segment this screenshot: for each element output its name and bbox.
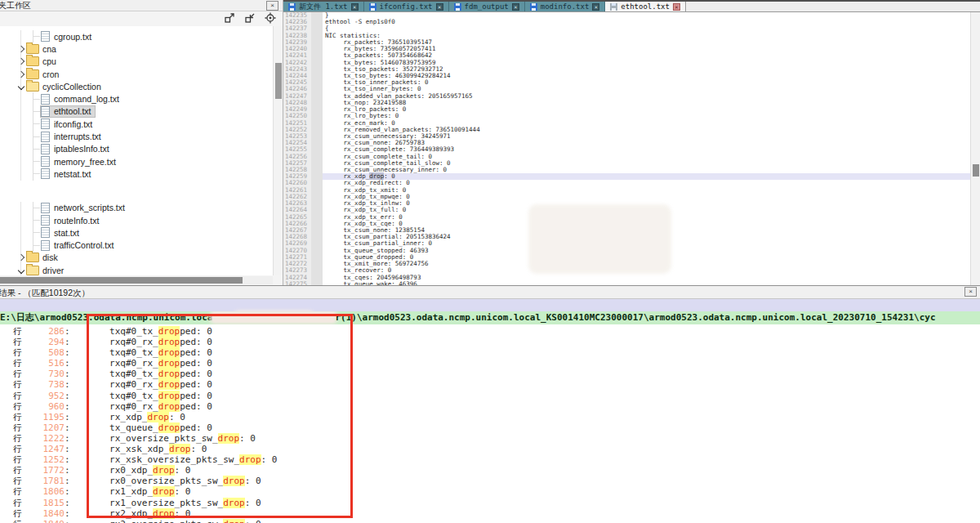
match-highlight: drop: [158, 379, 180, 390]
fold-margin: [311, 93, 323, 100]
close-tab-icon[interactable]: ×: [673, 3, 680, 11]
close-tab-icon[interactable]: ×: [351, 3, 359, 11]
tree-item-cna[interactable]: cna: [0, 42, 273, 55]
tree-item-network_scripts.txt[interactable]: network_scripts.txt: [0, 202, 273, 214]
file-icon: [41, 106, 50, 117]
line-label: 行: [13, 422, 25, 433]
fold-margin: [311, 12, 323, 19]
result-row[interactable]: 行1781: rx0_oversize_pkts_sw_drop: 0: [0, 476, 980, 486]
tree-item-trafficControl.txt[interactable]: trafficControl.txt: [0, 239, 273, 251]
result-row[interactable]: 行1222: rx_oversize_pkts_sw_drop: 0: [0, 433, 980, 444]
tree-item-driver[interactable]: driver: [0, 264, 273, 275]
result-line-number: 1815: [25, 498, 65, 508]
close-tab-icon[interactable]: ×: [436, 3, 443, 11]
tab-ethtool.txt[interactable]: ethtool.txt×: [605, 2, 686, 11]
result-row[interactable]: 行294: rxq#0_rx_dropped: 0: [0, 337, 980, 347]
workspace-close-icon[interactable]: ×: [266, 1, 278, 11]
match-highlight: drop: [153, 508, 175, 519]
editor-vertical-scrollbar[interactable]: [970, 12, 980, 285]
scrollbar-thumb[interactable]: [275, 63, 282, 99]
tab-ifconfig.txt[interactable]: ifconfig.txt×: [364, 2, 449, 11]
line-label: 行: [13, 337, 25, 347]
file-icon: [41, 215, 50, 226]
tree-item-interrupts.txt[interactable]: interrupts.txt: [0, 130, 273, 142]
result-row[interactable]: 行1840: rx2_xdp_drop: 0: [0, 508, 980, 519]
locate-file-icon[interactable]: [265, 12, 276, 24]
colon: :: [65, 347, 70, 358]
tree-item-cron[interactable]: cron: [0, 68, 273, 80]
tree-horizontal-scrollbar[interactable]: [0, 276, 273, 284]
tree-item-stat.txt[interactable]: stat.txt: [0, 226, 273, 239]
tab-fdm_output[interactable]: fdm_output×: [449, 2, 525, 11]
colon: :: [65, 433, 70, 444]
result-row[interactable]: 行1849: rx2_oversize_pkts_sw_drop: 0: [0, 519, 980, 523]
chevron-right-icon[interactable]: [16, 47, 26, 51]
result-row[interactable]: 行738: rxq#0_rx_dropped: 0: [0, 379, 980, 390]
result-row[interactable]: 行960: rxq#0_rx_dropped: 0: [0, 401, 980, 412]
colon: :: [65, 326, 70, 337]
result-row[interactable]: 行1195: rx_xdp_drop: 0: [0, 412, 980, 422]
result-line-number: 1252: [25, 454, 65, 465]
result-row[interactable]: 行1772: rx0_xdp_drop: 0: [0, 465, 980, 476]
chevron-down-icon[interactable]: [16, 268, 26, 273]
tree-vertical-scrollbar[interactable]: [273, 26, 283, 275]
tree-item-command_log.txt[interactable]: command_log.txt: [0, 92, 273, 105]
tree-item-ethtool.txt[interactable]: ethtool.txt: [0, 105, 273, 118]
code-line: 142236ethtool -S enp1s0f0: [283, 19, 970, 25]
result-row[interactable]: 行730: txq#0_tx_dropped: 0: [0, 369, 980, 379]
chevron-right-icon[interactable]: [16, 255, 26, 260]
result-file-path-bar[interactable]: E:\日志\armod0523.odata.ncmp.unicom.locar(…: [0, 311, 980, 324]
tab-modinfo.txt[interactable]: modinfo.txt×: [525, 2, 606, 11]
result-text: rxq#0_rx_dropped: 0: [88, 379, 212, 390]
tab-新文件 1.txt[interactable]: 新文件 1.txt×: [283, 2, 364, 11]
tree-item-routeInfo.txt[interactable]: routeInfo.txt: [0, 214, 273, 226]
tree-item-label: ifconfig.txt: [54, 119, 92, 129]
collapse-all-icon[interactable]: [244, 12, 256, 24]
fold-margin: [311, 240, 323, 247]
file-icon: [41, 144, 50, 154]
result-line-number: 730: [25, 369, 65, 379]
colon: :: [65, 412, 70, 422]
tree-item-cgroup.txt[interactable]: cgroup.txt: [0, 30, 273, 42]
result-row[interactable]: 行952: txq#0_tx_dropped: 0: [0, 391, 980, 401]
result-row[interactable]: 行1247: rx_xsk_xdp_drop: 0: [0, 444, 980, 454]
fold-margin: [311, 173, 323, 180]
scrollbar-thumb[interactable]: [0, 277, 243, 284]
tree-item-ifconfig.txt[interactable]: ifconfig.txt: [0, 118, 273, 130]
tree-item-label: stat.txt: [54, 228, 79, 238]
results-close-icon[interactable]: ×: [964, 287, 977, 297]
tree-item-iptablesInfo.txt[interactable]: iptablesInfo.txt: [0, 143, 273, 155]
result-row[interactable]: 行508: txq#0_tx_dropped: 0: [0, 347, 980, 358]
tree-item-cyclicCollection[interactable]: cyclicCollection: [0, 80, 273, 92]
result-text: rx0_oversize_pkts_sw_drop: 0: [88, 476, 261, 486]
result-row[interactable]: 行1207: tx_queue_dropped: 0: [0, 422, 980, 433]
tree-item-cpu[interactable]: cpu: [0, 56, 273, 68]
folder-icon: [26, 266, 39, 275]
result-line-number: 1772: [25, 465, 65, 476]
result-row[interactable]: 行1806: rx1_xdp_drop: 0: [0, 486, 980, 497]
result-row[interactable]: 行516: rxq#0_rx_dropped: 0: [0, 358, 980, 369]
scrollbar-thumb[interactable]: [973, 164, 979, 177]
result-line-number: 1849: [25, 519, 65, 523]
tree-item-netstat.txt[interactable]: netstat.txt: [0, 168, 273, 180]
result-row[interactable]: 行1815: rx1_oversize_pkts_sw_drop: 0: [0, 498, 980, 508]
result-line-number: 516: [25, 358, 65, 369]
close-tab-icon[interactable]: ×: [512, 3, 519, 11]
result-text: rx1_oversize_pkts_sw_drop: 0: [88, 498, 261, 508]
result-row[interactable]: 行1252: rx_xsk_oversize_pkts_sw_drop: 0: [0, 454, 980, 465]
save-state-icon: [610, 3, 617, 11]
close-tab-icon[interactable]: ×: [592, 3, 599, 11]
result-row[interactable]: 行286: txq#0_tx_dropped: 0: [0, 326, 980, 337]
file-icon: [41, 132, 50, 142]
tree-item-memory_free.txt[interactable]: memory_free.txt: [0, 155, 273, 168]
fold-margin: [311, 214, 323, 221]
tree-item-label: ethtool.txt: [54, 106, 91, 116]
match-highlight: drop: [153, 465, 175, 476]
expand-all-icon[interactable]: [224, 12, 235, 24]
chevron-right-icon[interactable]: [16, 59, 26, 64]
file-icon: [41, 94, 50, 105]
tree-item-disk[interactable]: disk: [0, 252, 273, 264]
fold-margin: [311, 254, 323, 261]
chevron-down-icon[interactable]: [16, 84, 26, 89]
chevron-right-icon[interactable]: [16, 72, 26, 77]
